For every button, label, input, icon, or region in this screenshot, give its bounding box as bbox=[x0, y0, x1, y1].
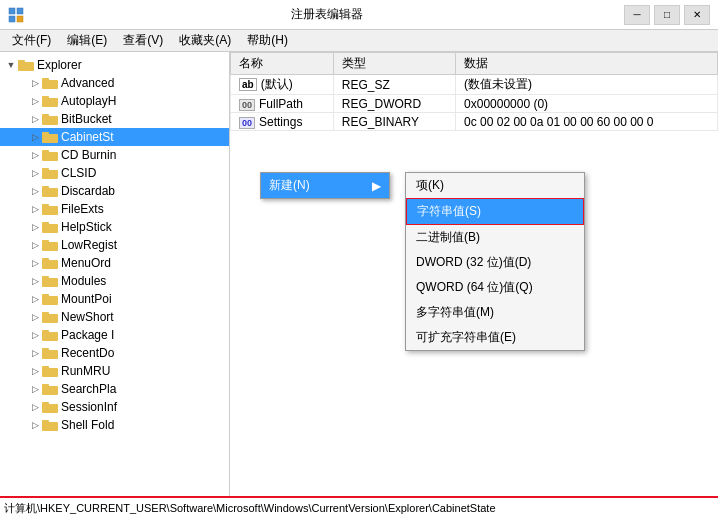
svg-rect-45 bbox=[42, 420, 49, 424]
svg-rect-37 bbox=[42, 348, 49, 352]
menu-edit[interactable]: 编辑(E) bbox=[59, 30, 115, 51]
expand-icon-16: ▷ bbox=[28, 364, 42, 378]
tree-label-12: MountPoi bbox=[61, 292, 112, 306]
tree-node-3[interactable]: ▷ CabinetSt bbox=[0, 128, 229, 146]
folder-icon-10 bbox=[42, 256, 58, 270]
tree-label-8: HelpStick bbox=[61, 220, 112, 234]
tree-label-3: CabinetSt bbox=[61, 130, 114, 144]
tree-node-18[interactable]: ▷ SessionInf bbox=[0, 398, 229, 416]
table-row[interactable]: 00FullPath REG_DWORD 0x00000000 (0) bbox=[231, 95, 718, 113]
tree-node-7[interactable]: ▷ FileExts bbox=[0, 200, 229, 218]
svg-rect-5 bbox=[18, 60, 25, 64]
maximize-button[interactable]: □ bbox=[654, 5, 680, 25]
cell-type: REG_BINARY bbox=[333, 113, 455, 131]
tree-node-15[interactable]: ▷ RecentDo bbox=[0, 344, 229, 362]
tree-label-2: BitBucket bbox=[61, 112, 112, 126]
cell-name: 00Settings bbox=[231, 113, 334, 131]
tree-label-13: NewShort bbox=[61, 310, 114, 324]
tree-node-explorer[interactable]: ▼ Explorer bbox=[0, 56, 229, 74]
tree-children: ▷ Advanced ▷ AutoplayH ▷ BitBucket ▷ bbox=[0, 74, 229, 434]
expand-icon-15: ▷ bbox=[28, 346, 42, 360]
col-name: 名称 bbox=[231, 53, 334, 75]
svg-rect-23 bbox=[42, 222, 49, 226]
tree-node-2[interactable]: ▷ BitBucket bbox=[0, 110, 229, 128]
tree-node-19[interactable]: ▷ Shell Fold bbox=[0, 416, 229, 434]
folder-icon-8 bbox=[42, 220, 58, 234]
tree-node-4[interactable]: ▷ CD Burnin bbox=[0, 146, 229, 164]
tree-node-9[interactable]: ▷ LowRegist bbox=[0, 236, 229, 254]
tree-label-4: CD Burnin bbox=[61, 148, 116, 162]
minimize-button[interactable]: ─ bbox=[624, 5, 650, 25]
folder-icon-19 bbox=[42, 418, 58, 432]
cell-type: REG_DWORD bbox=[333, 95, 455, 113]
menu-view[interactable]: 查看(V) bbox=[115, 30, 171, 51]
folder-icon-9 bbox=[42, 238, 58, 252]
tree-label-1: AutoplayH bbox=[61, 94, 116, 108]
tree-node-13[interactable]: ▷ NewShort bbox=[0, 308, 229, 326]
tree-label-17: SearchPla bbox=[61, 382, 116, 396]
tree-label-18: SessionInf bbox=[61, 400, 117, 414]
cell-data: 0c 00 02 00 0a 01 00 00 60 00 00 0 bbox=[456, 113, 718, 131]
folder-icon-0 bbox=[42, 76, 58, 90]
new-menu[interactable]: 新建(N) ▶ bbox=[260, 172, 390, 199]
content-panel[interactable]: 名称 类型 数据 ab(默认) REG_SZ (数值未设置) 00FullPat… bbox=[230, 52, 718, 496]
tree-node-6[interactable]: ▷ Discardab bbox=[0, 182, 229, 200]
tree-label-14: Package I bbox=[61, 328, 114, 342]
menu-file[interactable]: 文件(F) bbox=[4, 30, 59, 51]
tree-label-16: RunMRU bbox=[61, 364, 110, 378]
cell-name: 00FullPath bbox=[231, 95, 334, 113]
status-text: 计算机\HKEY_CURRENT_USER\Software\Microsoft… bbox=[4, 501, 496, 516]
submenu-item-4[interactable]: QWORD (64 位)值(Q) bbox=[406, 275, 584, 300]
tree-node-12[interactable]: ▷ MountPoi bbox=[0, 290, 229, 308]
folder-icon-17 bbox=[42, 382, 58, 396]
submenu[interactable]: 项(K)字符串值(S)二进制值(B)DWORD (32 位)值(D)QWORD … bbox=[405, 172, 585, 351]
expand-icon-1: ▷ bbox=[28, 94, 42, 108]
new-menu-item[interactable]: 新建(N) ▶ bbox=[261, 173, 389, 198]
svg-rect-1 bbox=[17, 8, 23, 14]
submenu-item-6[interactable]: 可扩充字符串值(E) bbox=[406, 325, 584, 350]
window-title: 注册表编辑器 bbox=[30, 6, 624, 23]
svg-rect-33 bbox=[42, 312, 49, 316]
folder-icon-1 bbox=[42, 94, 58, 108]
folder-icon-5 bbox=[42, 166, 58, 180]
tree-node-5[interactable]: ▷ CLSID bbox=[0, 164, 229, 182]
folder-icon-16 bbox=[42, 364, 58, 378]
tree-node-11[interactable]: ▷ Modules bbox=[0, 272, 229, 290]
cell-type: REG_SZ bbox=[333, 75, 455, 95]
tree-node-17[interactable]: ▷ SearchPla bbox=[0, 380, 229, 398]
tree-node-10[interactable]: ▷ MenuOrd bbox=[0, 254, 229, 272]
expand-icon-19: ▷ bbox=[28, 418, 42, 432]
tree-node-0[interactable]: ▷ Advanced bbox=[0, 74, 229, 92]
submenu-item-2[interactable]: 二进制值(B) bbox=[406, 225, 584, 250]
folder-icon-3 bbox=[42, 130, 58, 144]
submenu-item-0[interactable]: 项(K) bbox=[406, 173, 584, 198]
tree-label-10: MenuOrd bbox=[61, 256, 111, 270]
close-button[interactable]: ✕ bbox=[684, 5, 710, 25]
tree-node-16[interactable]: ▷ RunMRU bbox=[0, 362, 229, 380]
expand-icon-17: ▷ bbox=[28, 382, 42, 396]
menu-help[interactable]: 帮助(H) bbox=[239, 30, 296, 51]
tree-node-8[interactable]: ▷ HelpStick bbox=[0, 218, 229, 236]
expand-icon-6: ▷ bbox=[28, 184, 42, 198]
folder-icon-18 bbox=[42, 400, 58, 414]
registry-table: 名称 类型 数据 ab(默认) REG_SZ (数值未设置) 00FullPat… bbox=[230, 52, 718, 131]
tree-panel[interactable]: ▼ Explorer ▷ Advanced ▷ bbox=[0, 52, 230, 496]
cell-data: (数值未设置) bbox=[456, 75, 718, 95]
expand-icon-14: ▷ bbox=[28, 328, 42, 342]
svg-rect-13 bbox=[42, 132, 49, 136]
expand-icon: ▼ bbox=[4, 58, 18, 72]
svg-rect-2 bbox=[9, 16, 15, 22]
svg-rect-25 bbox=[42, 240, 49, 244]
tree-label-11: Modules bbox=[61, 274, 106, 288]
submenu-item-3[interactable]: DWORD (32 位)值(D) bbox=[406, 250, 584, 275]
svg-rect-35 bbox=[42, 330, 49, 334]
submenu-item-5[interactable]: 多字符串值(M) bbox=[406, 300, 584, 325]
menu-favorites[interactable]: 收藏夹(A) bbox=[171, 30, 239, 51]
folder-icon bbox=[18, 58, 34, 72]
table-row[interactable]: ab(默认) REG_SZ (数值未设置) bbox=[231, 75, 718, 95]
table-row[interactable]: 00Settings REG_BINARY 0c 00 02 00 0a 01 … bbox=[231, 113, 718, 131]
submenu-item-1[interactable]: 字符串值(S) bbox=[406, 198, 584, 225]
tree-node-14[interactable]: ▷ Package I bbox=[0, 326, 229, 344]
tree-node-1[interactable]: ▷ AutoplayH bbox=[0, 92, 229, 110]
tree-label-explorer: Explorer bbox=[37, 58, 82, 72]
